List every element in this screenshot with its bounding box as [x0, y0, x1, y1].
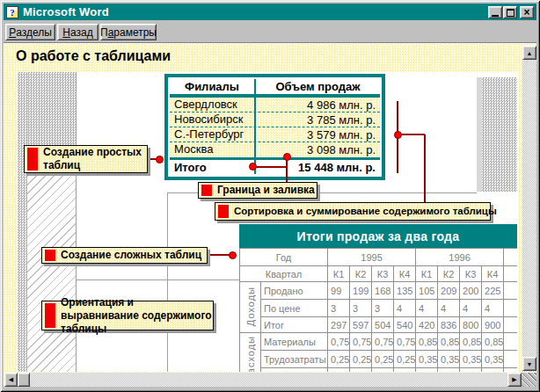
data-cell: 4	[394, 300, 416, 317]
scroll-right-button[interactable]: ▶	[507, 373, 522, 387]
data-cell: 160	[372, 368, 394, 373]
menu-button-parametry[interactable]: Параметры	[100, 24, 157, 40]
red-accent-bar	[45, 250, 55, 261]
callout-label: Создание сложных таблиц	[61, 249, 201, 262]
data-cell: 0,25	[350, 351, 372, 368]
data-cell: 540	[394, 317, 416, 333]
data-cell: 150	[482, 368, 504, 373]
data-cell: 800	[460, 317, 482, 333]
data-cell: 297	[328, 317, 350, 333]
connector-dot	[283, 153, 291, 161]
quarter-row-label: Квартал	[240, 266, 328, 282]
callout-sorting-summing[interactable]: Сортировка и суммирование содержимого та…	[215, 202, 491, 221]
sales-value: 3 785 млн. р.	[254, 113, 380, 127]
data-cell: 105	[416, 282, 438, 300]
data-cell: 200	[460, 282, 482, 300]
data-cell: 4	[416, 300, 438, 317]
sales-table-header: Филиалы Объем продаж	[170, 79, 380, 94]
horizontal-scroll-thumb[interactable]	[18, 373, 30, 387]
quarter-header: К1	[328, 266, 350, 282]
branch-name: Москва	[170, 142, 254, 157]
red-accent-bar	[45, 303, 55, 328]
empty-cell	[504, 266, 517, 282]
menu-label-part: раметры	[113, 26, 157, 39]
branch-name: Свердловск	[170, 98, 254, 112]
column-header: Объем продаж	[254, 79, 380, 94]
window-title: Microsoft Word	[23, 5, 109, 18]
minimize-button[interactable]	[488, 6, 502, 18]
data-cell: 0,85	[460, 333, 482, 351]
data-cell: 135	[394, 282, 416, 300]
callout-label: Создание простых таблиц	[43, 146, 147, 172]
scroll-left-button[interactable]: ◀	[4, 373, 18, 387]
data-cell: 0,25	[372, 351, 394, 368]
row-label: Продано	[261, 282, 328, 300]
sales-value: 3 579 млн. р.	[254, 127, 380, 142]
resize-grip[interactable]	[522, 373, 536, 387]
empty-cell	[504, 282, 517, 300]
menu-label-part: азад	[70, 26, 93, 39]
data-cell: 102	[328, 368, 350, 373]
red-accent-bar	[27, 148, 38, 171]
grid-line-vertical	[167, 192, 168, 372]
results-table-grid: Год19951996КварталК1К2К3К4К1К2К3К4Доходы…	[239, 248, 517, 372]
row-label: По цене	[261, 300, 328, 317]
right-dotted-block	[482, 77, 517, 192]
chevron-up-icon: ▲	[527, 50, 533, 56]
data-cell: 168	[372, 282, 394, 300]
data-cell: 199	[350, 282, 372, 300]
data-cell: 504	[372, 317, 394, 333]
year-row-label: Год	[240, 249, 328, 266]
scroll-down-button[interactable]: ▼	[522, 357, 536, 371]
sales-table-row: С.-Петербург3 579 млн. р.	[170, 127, 380, 142]
menu-label-part: П	[100, 26, 108, 39]
maximize-button[interactable]	[503, 6, 517, 18]
data-cell: 0,85	[438, 333, 460, 351]
data-cell: 0,35	[482, 351, 504, 368]
left-dotted-strip	[18, 72, 27, 372]
menu-button-razdely[interactable]: Разделы	[5, 24, 55, 40]
connector-line	[424, 134, 426, 202]
callout-complex-tables[interactable]: Создание сложных таблиц	[41, 247, 208, 264]
data-cell: 209	[438, 282, 460, 300]
red-accent-bar	[218, 205, 229, 218]
data-cell: 160	[438, 368, 460, 373]
quarter-header: К1	[416, 266, 438, 282]
data-cell: 4	[438, 300, 460, 317]
chevron-left-icon: ◀	[9, 376, 13, 383]
empty-cell	[504, 249, 517, 266]
quarter-header: К3	[460, 266, 482, 282]
group-label: Расходы	[240, 333, 261, 373]
data-cell: 130	[394, 368, 416, 373]
callout-border-shading[interactable]: Граница и заливка	[198, 182, 317, 199]
data-cell: 836	[438, 317, 460, 333]
connector-dot	[394, 131, 402, 139]
maximize-icon	[507, 9, 514, 17]
data-cell: 0,75	[394, 333, 416, 351]
results-table: Итоги продаж за два года Год19951996Квар…	[239, 224, 517, 372]
data-cell: 0,85	[482, 333, 504, 351]
close-button[interactable]: ×	[520, 6, 534, 18]
horizontal-scrollbar[interactable]: ◀ ▶	[4, 373, 522, 387]
connector-dot	[249, 163, 257, 171]
callout-label: Граница и заливка	[217, 184, 315, 197]
chevron-down-icon: ▼	[527, 361, 533, 367]
close-icon: ×	[523, 8, 529, 17]
menu-label-part: азделы	[16, 26, 52, 39]
help-question-icon: ?	[6, 6, 18, 18]
callout-simple-tables[interactable]: Создание простых таблиц	[24, 145, 148, 173]
data-cell: 0,35	[460, 351, 482, 368]
sales-value: 3 098 млн. р.	[254, 142, 380, 157]
callout-orientation-alignment[interactable]: Ориентация и выравнивание содержимого та…	[41, 301, 214, 330]
title-bar[interactable]: ? Microsoft Word	[4, 4, 536, 20]
scroll-up-button[interactable]: ▲	[522, 46, 536, 60]
hatched-block	[27, 176, 76, 372]
data-cell: 140	[350, 368, 372, 373]
group-label-text: Доходы	[245, 287, 256, 326]
quarter-header: К3	[372, 266, 394, 282]
row-label: Материалы	[261, 333, 328, 351]
vertical-scrollbar[interactable]: ▲ ▼	[522, 46, 536, 372]
menu-button-nazad[interactable]: Назад	[57, 24, 99, 40]
connector-line	[252, 166, 287, 168]
help-window: ? Microsoft Word × Разделы Назад Парамет…	[0, 0, 540, 392]
